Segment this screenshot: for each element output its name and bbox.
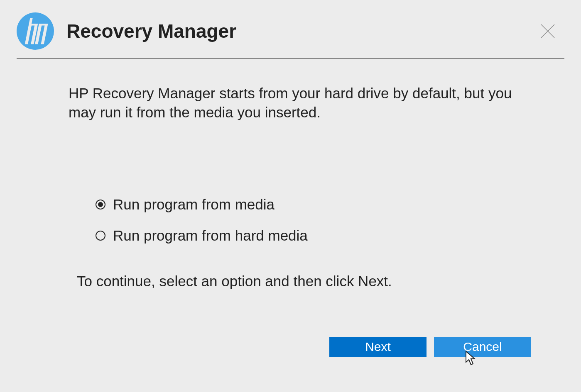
page-title: Recovery Manager (66, 20, 236, 42)
radio-label: Run program from hard media (113, 227, 308, 244)
content-area: HP Recovery Manager starts from your har… (0, 59, 581, 290)
close-icon[interactable] (539, 23, 556, 39)
button-bar: Next Cancel (329, 337, 531, 357)
instruction-text: To continue, select an option and then c… (77, 273, 512, 290)
radio-option-hard-media[interactable]: Run program from hard media (96, 227, 512, 244)
header: Recovery Manager (0, 0, 581, 58)
radio-unselected-icon (96, 231, 105, 241)
options-group: Run program from media Run program from … (96, 196, 512, 244)
description-text: HP Recovery Manager starts from your har… (69, 84, 512, 122)
hp-logo-icon (17, 12, 54, 50)
radio-label: Run program from media (113, 196, 275, 213)
radio-selected-icon (96, 200, 105, 209)
next-button[interactable]: Next (329, 337, 427, 357)
radio-option-media[interactable]: Run program from media (96, 196, 512, 213)
cancel-button[interactable]: Cancel (434, 337, 531, 357)
